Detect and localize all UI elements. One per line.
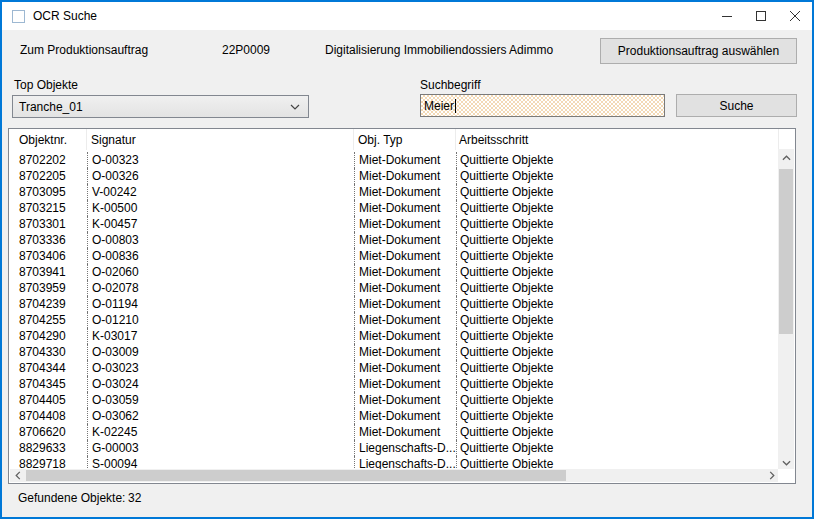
cell-signatur: O-01194 [87,296,354,312]
cell-signatur: K-00457 [87,216,354,232]
cell-obj-typ: Miet-Dokument [354,376,456,392]
results-list: Objektnr. Signatur Obj. Typ Arbeitsschri… [8,128,796,484]
top-objects-label: Top Objekte [14,78,78,92]
cell-obj-typ: Miet-Dokument [354,248,456,264]
cell-obj-typ: Miet-Dokument [354,280,456,296]
column-header-signatur[interactable]: Signatur [87,129,354,150]
column-header-obj-typ[interactable]: Obj. Typ [354,129,456,150]
table-body: 8702202 O-00323 Miet-Dokument Quittierte… [9,152,779,472]
ocr-suche-window: OCR Suche Zum Produktionsauftrag 22P0009… [0,0,814,519]
table-row[interactable]: 8704290 K-03017 Miet-Dokument Quittierte… [9,328,779,344]
cell-signatur: O-03023 [87,360,354,376]
search-input-value: Meier [424,99,454,113]
close-button[interactable] [778,2,812,30]
top-objects-selected-value: Tranche_01 [19,100,83,114]
cell-arbeitsschritt: Quittierte Objekte [456,184,779,200]
cell-objektnr: 8703215 [9,200,87,216]
table-row[interactable]: 8703215 K-00500 Miet-Dokument Quittierte… [9,200,779,216]
column-header-arbeitsschritt[interactable]: Arbeitsschritt [456,129,779,150]
search-button[interactable]: Suche [676,94,797,117]
cell-arbeitsschritt: Quittierte Objekte [456,440,779,456]
cell-arbeitsschritt: Quittierte Objekte [456,328,779,344]
cell-signatur: O-00326 [87,168,354,184]
table-row[interactable]: 8829633 G-00003 Liegenschafts-D... Quitt… [9,440,779,456]
cell-signatur: O-03024 [87,376,354,392]
table-row[interactable]: 8704330 O-03009 Miet-Dokument Quittierte… [9,344,779,360]
column-header-objektnr[interactable]: Objektnr. [9,129,87,150]
cell-objektnr: 8703095 [9,184,87,200]
cell-obj-typ: Miet-Dokument [354,216,456,232]
close-icon [790,11,800,21]
window-title: OCR Suche [33,9,97,23]
cell-objektnr: 8704408 [9,408,87,424]
cell-objektnr: 8703406 [9,248,87,264]
cell-obj-typ: Miet-Dokument [354,424,456,440]
chevron-left-icon [15,471,21,480]
table-row[interactable]: 8703095 V-00242 Miet-Dokument Quittierte… [9,184,779,200]
cell-objektnr: 8706620 [9,424,87,440]
maximize-button[interactable] [744,2,778,30]
vertical-scroll-thumb[interactable] [779,169,793,334]
cell-arbeitsschritt: Quittierte Objekte [456,216,779,232]
cell-obj-typ: Miet-Dokument [354,328,456,344]
chevron-up-icon [782,155,791,161]
cell-arbeitsschritt: Quittierte Objekte [456,280,779,296]
search-input[interactable]: Meier [420,94,665,117]
minimize-button[interactable] [710,2,744,30]
search-term-label: Suchbegriff [420,78,481,92]
table-row[interactable]: 8702202 O-00323 Miet-Dokument Quittierte… [9,152,779,168]
cell-signatur: K-03017 [87,328,354,344]
scroll-left-button[interactable] [10,469,25,482]
cell-arbeitsschritt: Quittierte Objekte [456,200,779,216]
table-row[interactable]: 8703301 K-00457 Miet-Dokument Quittierte… [9,216,779,232]
text-caret [455,99,456,113]
cell-arbeitsschritt: Quittierte Objekte [456,168,779,184]
cell-obj-typ: Miet-Dokument [354,184,456,200]
table-row[interactable]: 8702205 O-00326 Miet-Dokument Quittierte… [9,168,779,184]
chevron-down-icon [782,460,791,466]
table-row[interactable]: 8703336 O-00803 Miet-Dokument Quittierte… [9,232,779,248]
cell-objektnr: 8704330 [9,344,87,360]
table-row[interactable]: 8704255 O-01210 Miet-Dokument Quittierte… [9,312,779,328]
cell-arbeitsschritt: Quittierte Objekte [456,376,779,392]
horizontal-scroll-thumb[interactable] [26,470,566,481]
scroll-right-button[interactable] [764,469,779,482]
vertical-scrollbar[interactable] [778,149,794,471]
cell-objektnr: 8704255 [9,312,87,328]
cell-obj-typ: Miet-Dokument [354,296,456,312]
select-production-order-button[interactable]: Produktionsauftrag auswählen [600,38,797,64]
table-row[interactable]: 8704239 O-01194 Miet-Dokument Quittierte… [9,296,779,312]
cell-objektnr: 8702202 [9,152,87,168]
cell-obj-typ: Miet-Dokument [354,152,456,168]
cell-signatur: O-01210 [87,312,354,328]
cell-objektnr: 8704344 [9,360,87,376]
cell-obj-typ: Miet-Dokument [354,392,456,408]
cell-arbeitsschritt: Quittierte Objekte [456,232,779,248]
cell-arbeitsschritt: Quittierte Objekte [456,392,779,408]
cell-obj-typ: Miet-Dokument [354,264,456,280]
cell-signatur: O-00323 [87,152,354,168]
cell-signatur: O-03062 [87,408,354,424]
table-row[interactable]: 8703406 O-00836 Miet-Dokument Quittierte… [9,248,779,264]
scroll-up-button[interactable] [778,149,794,166]
horizontal-scrollbar[interactable] [10,469,779,482]
table-row[interactable]: 8704408 O-03062 Miet-Dokument Quittierte… [9,408,779,424]
minimize-icon [722,11,732,21]
cell-arbeitsschritt: Quittierte Objekte [456,264,779,280]
table-row[interactable]: 8703941 O-02060 Miet-Dokument Quittierte… [9,264,779,280]
table-row[interactable]: 8704405 O-03059 Miet-Dokument Quittierte… [9,392,779,408]
cell-objektnr: 8703336 [9,232,87,248]
top-objects-dropdown[interactable]: Tranche_01 [12,95,309,118]
table-row[interactable]: 8704345 O-03024 Miet-Dokument Quittierte… [9,376,779,392]
table-row[interactable]: 8703959 O-02078 Miet-Dokument Quittierte… [9,280,779,296]
cell-arbeitsschritt: Quittierte Objekte [456,408,779,424]
window-controls [710,2,812,30]
cell-signatur: V-00242 [87,184,354,200]
title-bar: OCR Suche [2,2,812,30]
cell-objektnr: 8829633 [9,440,87,456]
window-icon [12,10,25,23]
production-order-number: 22P0009 [222,43,270,57]
table-row[interactable]: 8706620 K-02245 Miet-Dokument Quittierte… [9,424,779,440]
cell-objektnr: 8703959 [9,280,87,296]
table-row[interactable]: 8704344 O-03023 Miet-Dokument Quittierte… [9,360,779,376]
